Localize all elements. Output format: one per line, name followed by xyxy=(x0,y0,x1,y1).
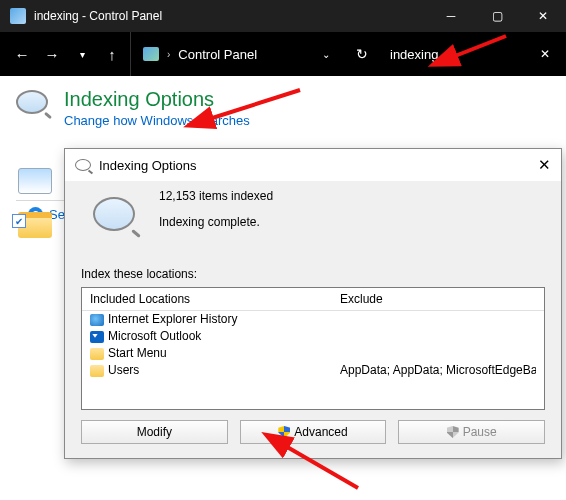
locations-list: Included Locations Exclude Internet Expl… xyxy=(81,287,545,410)
column-exclude[interactable]: Exclude xyxy=(340,292,536,306)
location-name: Start Menu xyxy=(108,345,167,362)
dialog-title: Indexing Options xyxy=(99,158,197,173)
dialog-close-button[interactable]: ✕ xyxy=(538,156,551,174)
indexing-options-icon xyxy=(16,90,52,118)
location-row[interactable]: Internet Explorer History xyxy=(82,311,544,328)
locations-label: Index these locations: xyxy=(81,267,545,281)
window-title: indexing - Control Panel xyxy=(34,9,428,23)
close-button[interactable]: ✕ xyxy=(520,0,566,32)
location-name: Users xyxy=(108,362,139,379)
refresh-button[interactable]: ↻ xyxy=(346,46,378,62)
location-exclude xyxy=(340,328,536,345)
shield-icon xyxy=(447,426,459,438)
indexing-options-dialog: Indexing Options ✕ 12,153 items indexed … xyxy=(64,148,562,459)
control-panel-icon xyxy=(143,47,159,61)
search-value: indexing xyxy=(390,47,438,62)
navigation-bar: ← → ▾ ↑ › Control Panel ⌄ ↻ indexing ✕ xyxy=(0,32,566,76)
window-titlebar: indexing - Control Panel ─ ▢ ✕ xyxy=(0,0,566,32)
advanced-button[interactable]: Advanced xyxy=(240,420,387,444)
minimize-button[interactable]: ─ xyxy=(428,0,474,32)
pause-button: Pause xyxy=(398,420,545,444)
location-row[interactable]: UsersAppData; AppData; MicrosoftEdgeBack… xyxy=(82,362,544,379)
ol-icon xyxy=(90,331,104,343)
change-search-link[interactable]: Change how Windows searches xyxy=(64,113,250,128)
monitor-icon xyxy=(18,168,52,194)
location-name: Microsoft Outlook xyxy=(108,328,201,345)
shield-icon xyxy=(278,426,290,438)
indexing-options-link[interactable]: Indexing Options xyxy=(64,88,250,111)
folder-options-icon: ✔ xyxy=(18,212,52,238)
back-button[interactable]: ← xyxy=(10,46,34,63)
address-label: Control Panel xyxy=(178,47,257,62)
search-input[interactable]: indexing ✕ xyxy=(384,41,556,67)
location-row[interactable]: Start Menu xyxy=(82,345,544,362)
clear-search-icon[interactable]: ✕ xyxy=(540,47,550,61)
folder-icon xyxy=(90,365,104,377)
breadcrumb-sep: › xyxy=(167,49,170,60)
location-exclude xyxy=(340,345,536,362)
dialog-titlebar: Indexing Options ✕ xyxy=(65,149,561,181)
magnifier-icon xyxy=(75,159,91,171)
address-dropdown-icon[interactable]: ⌄ xyxy=(322,49,340,60)
location-row[interactable]: Microsoft Outlook xyxy=(82,328,544,345)
modify-button[interactable]: Modify xyxy=(81,420,228,444)
magnifier-icon xyxy=(93,197,135,231)
location-exclude xyxy=(340,311,536,328)
result-icons-column: ✔ xyxy=(18,168,52,238)
location-exclude: AppData; AppData; MicrosoftEdgeBackups xyxy=(340,362,536,379)
location-name: Internet Explorer History xyxy=(108,311,237,328)
address-bar[interactable]: › Control Panel ⌄ xyxy=(130,32,340,76)
maximize-button[interactable]: ▢ xyxy=(474,0,520,32)
folder-icon xyxy=(90,348,104,360)
ie-icon xyxy=(90,314,104,326)
indexing-status-label: Indexing complete. xyxy=(159,215,273,229)
control-panel-icon xyxy=(10,8,26,24)
recent-button[interactable]: ▾ xyxy=(70,49,94,60)
column-included[interactable]: Included Locations xyxy=(90,292,340,306)
forward-button[interactable]: → xyxy=(40,46,64,63)
items-indexed-label: 12,153 items indexed xyxy=(159,189,273,203)
up-button[interactable]: ↑ xyxy=(100,46,124,63)
